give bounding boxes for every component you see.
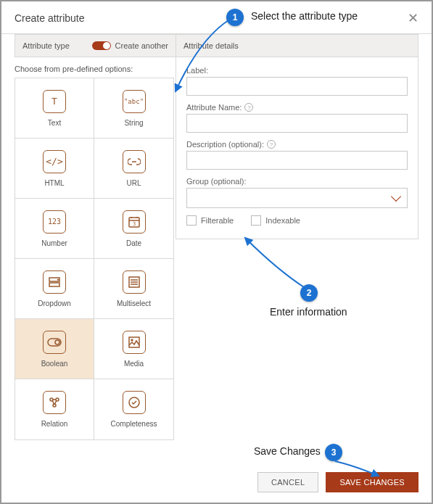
desc-field-label: Description (optional): bbox=[186, 140, 264, 149]
label-input[interactable] bbox=[186, 77, 408, 96]
dropdown-icon bbox=[43, 270, 66, 294]
attribute-name-input[interactable] bbox=[186, 114, 408, 133]
tile-dropdown[interactable]: Dropdown bbox=[15, 259, 94, 319]
tile-date[interactable]: 3 Date bbox=[94, 199, 173, 259]
tile-label: Multiselect bbox=[117, 299, 151, 307]
tile-label: Text bbox=[48, 119, 61, 127]
tile-text[interactable]: T Text bbox=[15, 78, 94, 139]
annotation-balloon-3: 3 bbox=[325, 444, 342, 461]
group-field-label: Group (optional): bbox=[186, 177, 408, 186]
name-field-label: Attribute Name: bbox=[186, 103, 242, 112]
attribute-details-panel: Attribute details Label: Attribute Name:… bbox=[176, 34, 432, 440]
checkbox-icon bbox=[186, 215, 197, 226]
indexable-checkbox[interactable]: Indexable bbox=[251, 215, 300, 226]
toggle-switch-icon bbox=[92, 41, 111, 50]
indexable-label: Indexable bbox=[265, 216, 300, 225]
relation-icon bbox=[43, 391, 66, 414]
tile-string[interactable]: "abc" String bbox=[94, 78, 173, 139]
dialog-body: Attribute type Create another Choose fro… bbox=[1, 34, 432, 440]
string-icon: "abc" bbox=[123, 90, 146, 113]
media-icon bbox=[123, 331, 146, 354]
boolean-icon bbox=[43, 331, 66, 354]
tile-relation[interactable]: Relation bbox=[15, 379, 94, 439]
tile-url[interactable]: URL bbox=[94, 139, 173, 199]
save-changes-button[interactable]: SAVE CHANGES bbox=[326, 472, 418, 492]
tile-label: Date bbox=[126, 239, 141, 247]
svg-text:3: 3 bbox=[132, 221, 135, 227]
text-icon: T bbox=[43, 90, 66, 113]
annotation-balloon-1: 1 bbox=[226, 9, 244, 26]
tile-multiselect[interactable]: Multiselect bbox=[94, 259, 173, 319]
annotation-balloon-2: 2 bbox=[300, 284, 318, 302]
tile-label: HTML bbox=[44, 179, 64, 187]
tile-label: Number bbox=[41, 239, 67, 247]
attribute-form: Label: Attribute Name: ? Description (op… bbox=[176, 57, 418, 239]
tile-boolean[interactable]: Boolean bbox=[15, 319, 94, 379]
annotation-text-1: Select the attribute type bbox=[251, 10, 358, 22]
filterable-checkbox[interactable]: Filterable bbox=[186, 215, 234, 226]
attribute-details-header: Attribute details bbox=[176, 34, 418, 57]
completeness-icon bbox=[123, 391, 146, 414]
label-field-label: Label: bbox=[186, 66, 408, 75]
description-input[interactable] bbox=[186, 151, 408, 170]
svg-rect-3 bbox=[49, 283, 59, 286]
attribute-type-grid: T Text "abc" String </> HTML URL bbox=[15, 78, 174, 440]
annotation-text-3: Save Changes bbox=[254, 445, 321, 457]
attribute-type-header: Attribute type Create another bbox=[15, 34, 176, 57]
tile-label: Boolean bbox=[41, 360, 68, 368]
tile-number[interactable]: 123 Number bbox=[15, 199, 94, 259]
multiselect-icon bbox=[123, 270, 146, 294]
annotation-num: 1 bbox=[233, 12, 238, 22]
number-icon: 123 bbox=[43, 210, 66, 234]
help-icon[interactable]: ? bbox=[267, 140, 276, 149]
dialog-container: Create attribute ✕ Attribute type Create… bbox=[0, 0, 433, 504]
dialog-header: Create attribute ✕ bbox=[1, 1, 432, 34]
tile-html[interactable]: </> HTML bbox=[15, 139, 94, 199]
tile-label: Dropdown bbox=[38, 299, 71, 307]
svg-point-6 bbox=[55, 340, 59, 344]
html-icon: </> bbox=[43, 150, 66, 173]
tile-media[interactable]: Media bbox=[94, 319, 173, 379]
annotation-text-2: Enter information bbox=[270, 306, 347, 318]
checkbox-icon bbox=[251, 215, 261, 226]
close-icon[interactable]: ✕ bbox=[408, 10, 418, 26]
attribute-type-panel: Attribute type Create another Choose fro… bbox=[1, 34, 176, 440]
help-icon[interactable]: ? bbox=[244, 103, 253, 112]
annotation-num: 3 bbox=[331, 447, 337, 458]
attribute-type-label: Attribute type bbox=[22, 41, 70, 50]
choose-label: Choose from pre-defined options: bbox=[15, 57, 176, 78]
annotation-num: 2 bbox=[307, 288, 312, 298]
tile-label: URL bbox=[126, 179, 141, 187]
tile-label: Relation bbox=[41, 420, 68, 428]
tile-label: Media bbox=[124, 360, 144, 368]
filterable-label: Filterable bbox=[201, 216, 234, 225]
url-icon bbox=[123, 150, 146, 173]
chevron-down-icon bbox=[391, 191, 401, 202]
dialog-footer: CANCEL SAVE CHANGES bbox=[257, 472, 418, 492]
create-another-toggle[interactable]: Create another bbox=[92, 41, 168, 50]
tile-completeness[interactable]: Completeness bbox=[94, 379, 173, 439]
cancel-button[interactable]: CANCEL bbox=[257, 472, 318, 492]
svg-point-8 bbox=[131, 339, 133, 341]
tile-label: Completeness bbox=[111, 420, 157, 428]
date-icon: 3 bbox=[123, 210, 146, 234]
tile-label: String bbox=[124, 119, 143, 127]
group-select[interactable] bbox=[186, 188, 408, 208]
toggle-label: Create another bbox=[115, 41, 168, 50]
attribute-details-label: Attribute details bbox=[183, 41, 239, 50]
